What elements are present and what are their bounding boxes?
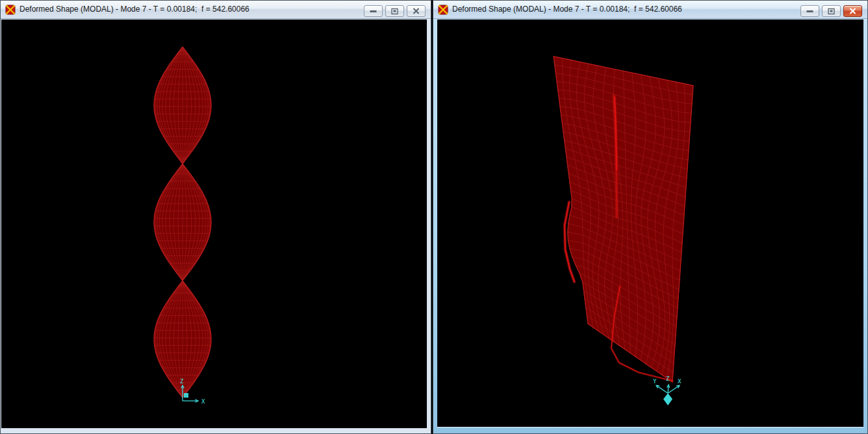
- restore-button[interactable]: [822, 5, 841, 17]
- window-deformed-shape-3d: Deformed Shape (MODAL) - Mode 7 - T = 0.…: [433, 0, 868, 434]
- window-title: Deformed Shape (MODAL) - Mode 7 - T = 0.…: [452, 5, 682, 14]
- axis-label-x: X: [678, 378, 682, 385]
- minimize-button[interactable]: [800, 5, 819, 17]
- modal-deformed-shape-lobes: [154, 47, 211, 398]
- restore-button[interactable]: [385, 5, 404, 17]
- minimize-button[interactable]: [364, 5, 383, 17]
- axis-label-z: Z: [180, 378, 184, 385]
- window-controls: [800, 5, 862, 17]
- model-viewport-3d[interactable]: YZX: [437, 19, 863, 428]
- titlebar[interactable]: Deformed Shape (MODAL) - Mode 7 - T = 0.…: [433, 1, 867, 19]
- modal-deformed-mesh-3d: [554, 57, 693, 382]
- axis-label-y: Y: [653, 378, 657, 385]
- sap2000-app-icon: [5, 5, 16, 15]
- close-button[interactable]: [407, 5, 426, 17]
- window-title: Deformed Shape (MODAL) - Mode 7 - T = 0.…: [19, 5, 249, 14]
- close-button[interactable]: [843, 5, 862, 17]
- window-controls: [364, 5, 426, 17]
- axis-triad-xyz: YZX: [653, 376, 682, 405]
- model-viewport-elevation[interactable]: ZX: [1, 19, 427, 428]
- axis-label-x: X: [201, 398, 205, 405]
- axis-label-z: Z: [666, 376, 670, 382]
- window-deformed-shape-elevation: Deformed Shape (MODAL) - Mode 7 - T = 0.…: [0, 0, 431, 434]
- titlebar[interactable]: Deformed Shape (MODAL) - Mode 7 - T = 0.…: [1, 1, 431, 19]
- sap2000-app-icon: [438, 5, 448, 15]
